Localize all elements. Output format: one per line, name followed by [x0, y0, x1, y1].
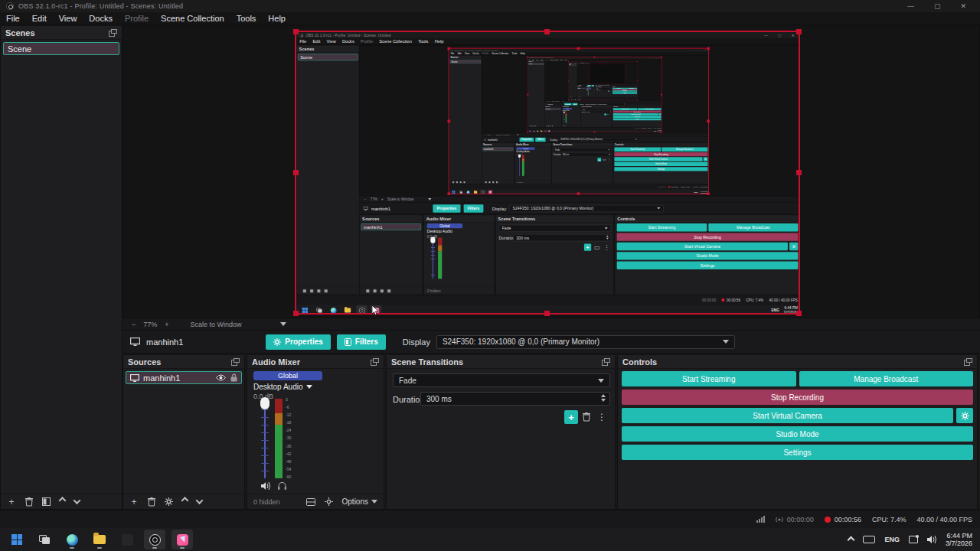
move-scene-up-button[interactable]	[59, 497, 67, 504]
stop-recording-button[interactable]: Stop Recording	[622, 390, 973, 405]
audio-device-caret-icon[interactable]	[306, 385, 312, 389]
add-source-button[interactable]: +	[129, 497, 139, 507]
obs-taskbar-button[interactable]	[144, 530, 165, 549]
mini-capture-slot: OBS 32.1.0-rc1 - Profile: Untitled - Sce…	[568, 62, 637, 100]
zoom-out-button[interactable]: −	[132, 321, 136, 328]
move-source-up-button[interactable]	[181, 497, 189, 504]
obs-icon	[149, 534, 161, 546]
mini-transitions-dock: Scene Transitions Fade Duration 300 ms +…	[495, 215, 614, 295]
scale-mode[interactable]: Scale to Window	[191, 321, 242, 328]
move-scene-down-button[interactable]	[74, 497, 81, 504]
advanced-audio-icon[interactable]	[325, 497, 333, 506]
settings-button[interactable]: Settings	[622, 445, 973, 460]
properties-button[interactable]: Properties	[266, 334, 330, 350]
move-source-down-button[interactable]	[196, 497, 204, 504]
hidden-app-button[interactable]	[116, 530, 138, 549]
touch-keyboard-icon[interactable]	[863, 536, 875, 543]
volume-slider-handle[interactable]	[260, 397, 270, 409]
capture-slot: OBS 32.1.0-rc1 - Profile: Untitled - Sce…	[296, 32, 799, 313]
transition-menu-button[interactable]: ⋮	[595, 410, 609, 424]
virtual-camera-config-button[interactable]	[956, 408, 973, 423]
resize-handle[interactable]	[796, 29, 802, 34]
transitions-dock: Scene Transitions Fade Duration 300 ms +…	[386, 354, 616, 510]
add-transition-button[interactable]: +	[564, 410, 578, 424]
visibility-eye-icon[interactable]	[216, 374, 226, 381]
remove-source-button[interactable]	[148, 497, 155, 507]
dock-popout-icon[interactable]	[371, 358, 379, 366]
audio-level-db: 0.0 dB	[253, 393, 377, 400]
zoom-level: 77%	[143, 321, 157, 328]
dock-popout-icon[interactable]	[231, 358, 240, 366]
sources-dock: Sources manhinh1 +	[122, 354, 245, 510]
file-explorer-button[interactable]	[89, 530, 110, 549]
menu-profile[interactable]: Profile	[125, 14, 149, 23]
minimize-button[interactable]: —	[907, 2, 914, 10]
studio-mode-button[interactable]: Studio Mode	[622, 426, 973, 442]
speaker-icon[interactable]	[261, 482, 270, 490]
source-properties-button[interactable]	[165, 497, 173, 506]
obs-logo-icon	[6, 2, 14, 10]
scene-filters-button[interactable]	[42, 497, 51, 506]
scale-mode-caret-icon[interactable]	[280, 322, 286, 326]
lock-icon[interactable]	[230, 373, 237, 382]
filters-button[interactable]: Filters	[337, 334, 386, 350]
language-indicator[interactable]: ENG	[884, 536, 900, 543]
transition-select[interactable]: Fade	[393, 373, 610, 387]
taskbar-clock[interactable]: 6:44 PM3/7/2026	[946, 532, 972, 547]
zoom-in-button[interactable]: +	[165, 321, 168, 328]
maximize-button[interactable]: ▢	[934, 2, 941, 10]
display-label: Display	[403, 337, 430, 347]
volume-tray-icon[interactable]	[927, 536, 936, 543]
display-select[interactable]: S24F350: 1920x1080 @ 0,0 (Primary Monito…	[436, 335, 735, 349]
notifications-icon[interactable]	[909, 536, 918, 543]
mixer-layout-icon[interactable]	[306, 498, 315, 506]
audio-device-name[interactable]: Desktop Audio	[253, 383, 303, 391]
mini-capture: OBS 32.1.0-rc1 - Profile: Untitled - Sce…	[528, 57, 662, 132]
start-streaming-button[interactable]: Start Streaming	[622, 371, 796, 386]
status-bar: 00:00:00 00:00:56 CPU: 7.4% 40.00 / 40.0…	[0, 510, 980, 528]
menu-scene-collection[interactable]: Scene Collection	[161, 14, 224, 23]
manage-broadcast-button[interactable]: Manage Broadcast	[799, 371, 974, 386]
scene-item[interactable]: Scene	[3, 42, 119, 55]
start-virtual-camera-button[interactable]: Start Virtual Camera	[622, 408, 953, 423]
add-scene-button[interactable]: +	[7, 497, 16, 507]
dock-popout-icon[interactable]	[109, 29, 117, 37]
dock-popout-icon[interactable]	[964, 358, 972, 366]
dock-popout-icon[interactable]	[602, 358, 610, 366]
resize-handle[interactable]	[293, 311, 299, 316]
volume-slider[interactable]	[260, 399, 270, 478]
mini-obs-logo-icon	[299, 34, 303, 37]
menu-file[interactable]: File	[6, 14, 20, 23]
menu-edit[interactable]: Edit	[32, 14, 47, 23]
resize-handle[interactable]	[544, 311, 550, 316]
mixer-options-button[interactable]: Options	[342, 497, 377, 506]
remove-scene-button[interactable]	[25, 497, 33, 507]
headphones-icon[interactable]	[278, 482, 286, 490]
source-item[interactable]: manhinh1	[126, 371, 242, 384]
close-button[interactable]: ✕	[960, 2, 966, 10]
menu-docks[interactable]: Docks	[89, 14, 113, 23]
resize-handle[interactable]	[293, 170, 299, 175]
duration-input[interactable]: 300 ms	[420, 392, 610, 406]
mini-sources-dock: Sources manhinh1	[360, 215, 423, 295]
mini-sources-dock: Sources manhinh1	[577, 86, 586, 97]
selected-capture-source[interactable]: OBS 32.1.0-rc1 - Profile: Untitled - Sce…	[295, 31, 800, 315]
task-view-button[interactable]	[34, 530, 55, 549]
recorder-app-button[interactable]	[172, 530, 193, 549]
volume-meter	[275, 399, 283, 478]
start-button[interactable]	[6, 530, 28, 549]
menu-view[interactable]: View	[59, 14, 77, 23]
resize-handle[interactable]	[796, 170, 802, 175]
edge-browser-button[interactable]	[61, 530, 83, 549]
duration-stepper[interactable]	[601, 394, 606, 402]
resize-handle[interactable]	[544, 29, 550, 34]
mini-scenes-dock: Scenes Scene	[449, 55, 482, 184]
mini-contextbar: manhinh1 Properties Filters Display S24F…	[482, 137, 708, 143]
remove-transition-button[interactable]	[583, 412, 590, 422]
menu-tools[interactable]: Tools	[237, 14, 256, 23]
mini-capture: OBS 32.1.0-rc1 - Profile: Untitled - Sce…	[449, 48, 709, 194]
menu-help[interactable]: Help	[268, 14, 286, 23]
resize-handle[interactable]	[293, 29, 299, 34]
resize-handle[interactable]	[796, 311, 802, 316]
tray-overflow-chevron-icon[interactable]	[848, 536, 855, 543]
